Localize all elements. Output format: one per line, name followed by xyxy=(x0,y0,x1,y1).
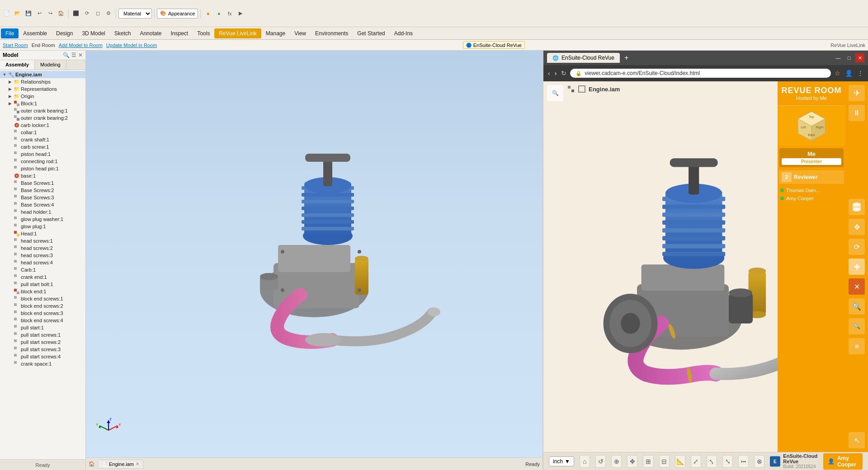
pan-button[interactable]: ⊕ xyxy=(611,455,622,468)
menu-item-tools[interactable]: Tools xyxy=(193,28,214,38)
menu-item-get-started[interactable]: Get Started xyxy=(353,28,389,38)
address-input[interactable]: 🔒 viewer.cadcam-e.com/EnSuite-Cloud/inde… xyxy=(570,69,831,78)
tree-item-bes1[interactable]: block end screws:1 xyxy=(0,295,85,302)
tree-item-bes3[interactable]: block end screws:3 xyxy=(0,310,85,317)
nav1-button[interactable]: ⤢ xyxy=(691,455,701,468)
tree-item-base-screws2[interactable]: Base Screws:2 xyxy=(0,187,85,194)
tree-item-carb1[interactable]: Carb:1 xyxy=(0,266,85,273)
tree-item-block-end1[interactable]: block end:1 xyxy=(0,288,85,295)
star-button[interactable]: ☆ xyxy=(834,69,841,78)
tree-item-carbscrew1[interactable]: carb screw:1 xyxy=(0,143,85,150)
orbit-button[interactable]: ↺ xyxy=(595,455,606,468)
tree-item-crank-end1[interactable]: crank end:1 xyxy=(0,273,85,281)
expand-origin[interactable]: ▶ xyxy=(7,94,13,99)
expand-block1[interactable]: ▶ xyxy=(7,101,13,106)
box-icon[interactable]: ◻ xyxy=(93,9,103,19)
material-dropdown[interactable]: Material xyxy=(118,9,152,19)
tool-cursor-icon[interactable]: ↖ xyxy=(849,432,865,448)
new-file-icon[interactable]: 📄 xyxy=(2,9,12,19)
forward-button[interactable]: › xyxy=(554,69,558,78)
tree-item-ocb2[interactable]: outer crank bearing:2 xyxy=(0,114,85,122)
measure-button[interactable]: 📐 xyxy=(675,455,685,468)
tool-close-icon[interactable]: ✕ xyxy=(849,278,865,295)
tool-zoom-in-icon[interactable]: 🔍 xyxy=(849,298,865,315)
browser-menu-button[interactable]: ⋮ xyxy=(856,69,864,78)
tree-item-collar1[interactable]: collar:1 xyxy=(0,129,85,136)
tree-item-relationships[interactable]: ▶ 📁 Relationships xyxy=(0,78,85,85)
tab-assembly[interactable]: Assembly xyxy=(0,60,35,70)
panel-close-icon[interactable]: ✕ xyxy=(78,52,83,58)
account-button[interactable]: 👤 xyxy=(844,69,854,78)
nav3-button[interactable]: ⤡ xyxy=(722,455,733,468)
tree-item-bes4[interactable]: block end screws:4 xyxy=(0,317,85,324)
maximize-button[interactable]: □ xyxy=(844,53,854,62)
tab-modeling[interactable]: Modeling xyxy=(35,60,66,70)
tree-item-block1[interactable]: ▶ Block:1 xyxy=(0,100,85,107)
menu-item-add-ins[interactable]: Add-Ins xyxy=(390,28,417,38)
tree-item-crank-space1[interactable]: crank space:1 xyxy=(0,360,85,367)
section-button[interactable]: ⊟ xyxy=(659,455,670,468)
tree-item-head1[interactable]: Head:1 xyxy=(0,230,85,237)
redo-icon[interactable]: ↪ xyxy=(45,9,55,19)
save-icon[interactable]: 💾 xyxy=(24,9,33,19)
tree-item-pss3[interactable]: pull start screws:3 xyxy=(0,346,85,353)
tree-item-head-screws2[interactable]: head screws:2 xyxy=(0,244,85,252)
cursor-icon[interactable]: ⬛ xyxy=(71,9,81,19)
settings-icon[interactable]: ⚙ xyxy=(104,9,113,19)
menu-item-file[interactable]: File xyxy=(1,28,19,38)
tree-item-carb-locker1[interactable]: carb locker:1 xyxy=(0,122,85,129)
expand-relationships[interactable]: ▶ xyxy=(7,79,13,85)
rotate-button[interactable]: ✥ xyxy=(627,455,637,468)
browser-tab-revue[interactable]: 🌐 EnSuite-Cloud ReVue xyxy=(547,53,620,63)
tab-close-icon[interactable]: ✕ xyxy=(136,461,139,466)
tool-rotate-3d-icon[interactable]: ⟳ xyxy=(849,239,865,255)
tree-item-head-screws1[interactable]: head screws:1 xyxy=(0,237,85,244)
menu-item-environments[interactable]: Environments xyxy=(311,28,353,38)
home-view-button[interactable]: ⌂ xyxy=(580,455,590,468)
open-file-icon[interactable]: 📂 xyxy=(13,9,23,19)
expand-representations[interactable]: ▶ xyxy=(7,86,13,92)
nav5-button[interactable]: ⊗ xyxy=(754,455,764,468)
rotate-icon[interactable]: ⟳ xyxy=(82,9,92,19)
tree-item-bes2[interactable]: block end screws:2 xyxy=(0,302,85,310)
user-badge[interactable]: 👤 Amy Cooper xyxy=(823,453,863,470)
menu-item-assemble[interactable]: Assemble xyxy=(19,28,52,38)
tree-item-base-screws1[interactable]: Base Screws:1 xyxy=(0,179,85,187)
new-tab-button[interactable]: + xyxy=(623,54,630,62)
menu-item-annotate[interactable]: Annotate xyxy=(135,28,166,38)
start-room-link[interactable]: Start Room xyxy=(3,42,28,48)
undo-icon[interactable]: ↩ xyxy=(34,9,44,19)
menu-item-manage[interactable]: Manage xyxy=(261,28,290,38)
tree-item-crankshaft1[interactable]: crank shaft:1 xyxy=(0,136,85,143)
tree-item-pss1[interactable]: pull start screws:1 xyxy=(0,331,85,338)
tree-item-glow-plug1[interactable]: glow plug:1 xyxy=(0,223,85,230)
tree-item-head-holder1[interactable]: head holder:1 xyxy=(0,208,85,216)
tree-item-pss2[interactable]: pull start screws:2 xyxy=(0,338,85,346)
tree-item-pull-start1[interactable]: pull start:1 xyxy=(0,324,85,331)
tool-pan-icon[interactable]: ✥ xyxy=(849,219,865,235)
nav4-button[interactable]: ⤠ xyxy=(738,455,749,468)
add-model-link[interactable]: Add Model to Room xyxy=(59,42,103,48)
tree-item-piston-pin1[interactable]: piston head pin:1 xyxy=(0,165,85,172)
tool-zoom-fit-icon[interactable]: ⊞ xyxy=(849,338,865,354)
tree-item-base1[interactable]: base:1 xyxy=(0,172,85,179)
menu-item-revue-livelink[interactable]: ReVue LiveLink xyxy=(214,28,261,38)
nav2-button[interactable]: ⤣ xyxy=(707,455,717,468)
minimize-button[interactable]: ― xyxy=(834,53,843,62)
menu-item-3d-model[interactable]: 3D Model xyxy=(77,28,109,38)
tree-item-pistonhead1[interactable]: piston head:1 xyxy=(0,150,85,158)
tool-fit-icon[interactable]: ✚ xyxy=(849,258,865,275)
tree-item-origin[interactable]: ▶ 📁 Origin xyxy=(0,93,85,100)
unit-dropdown[interactable]: inch ▼ xyxy=(549,456,574,466)
tool-move-icon[interactable]: ✈ xyxy=(849,85,865,101)
menu-item-sketch[interactable]: Sketch xyxy=(110,28,136,38)
tool-cylinder-icon[interactable] xyxy=(849,199,865,215)
update-model-link[interactable]: Update Model in Room xyxy=(106,42,157,48)
tree-item-connecting-rod1[interactable]: connecting rod:1 xyxy=(0,158,85,165)
tree-item-head-screws4[interactable]: head screws:4 xyxy=(0,259,85,266)
panel-menu-icon[interactable]: ☰ xyxy=(71,52,76,58)
expand-engine[interactable]: ▼ xyxy=(2,72,7,77)
tool-zoom-out-icon[interactable]: 🔍 xyxy=(849,318,865,334)
tree-item-engine[interactable]: ▼ 🔧 Engine.iam xyxy=(0,71,85,78)
menu-item-inspect[interactable]: Inspect xyxy=(166,28,193,38)
